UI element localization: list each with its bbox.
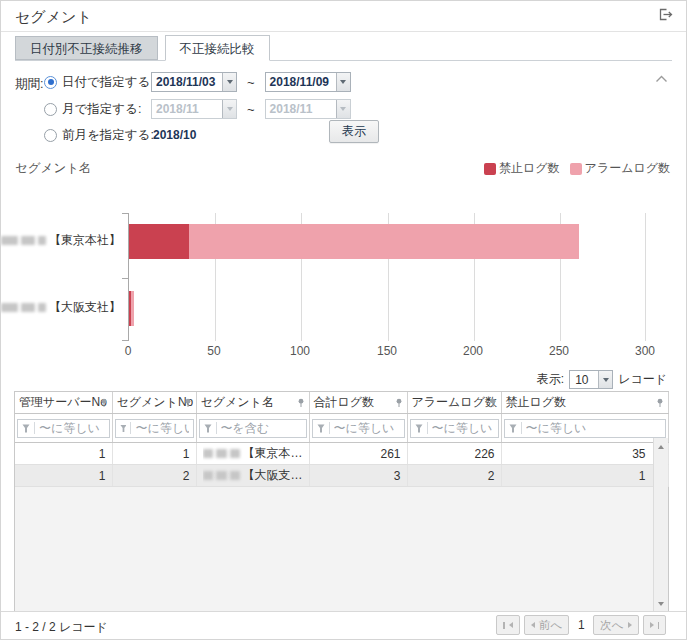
table-row: 1 1 【東京本… 261 226 35 <box>15 443 668 465</box>
filter-input-prohibited-logs[interactable]: 〜に等しい <box>504 419 666 438</box>
page-header: セグメント <box>1 1 686 32</box>
bar-osaka <box>129 291 134 326</box>
tab-unauthorized-comparison[interactable]: 不正接続比較 <box>165 35 270 61</box>
current-page-number[interactable]: 1 <box>573 618 589 632</box>
x-tick-label: 200 <box>453 344 493 358</box>
legend-item-alarm-logs[interactable]: アラームログ数 <box>570 160 670 177</box>
chevron-down-icon <box>340 80 346 84</box>
x-tick-label: 50 <box>194 344 234 358</box>
bar-segment-alarm <box>189 224 579 259</box>
month-to-value: 2018/11 <box>266 100 336 118</box>
cell-segment-no[interactable]: 1 <box>112 443 196 465</box>
x-tick-label: 0 <box>108 344 148 358</box>
tab-daily-unauthorized-trend[interactable]: 日付別不正接続推移 <box>15 36 158 60</box>
pin-icon[interactable] <box>296 397 306 411</box>
redacted-text <box>216 471 228 480</box>
filter-input-segment-no[interactable]: 〜に等しい <box>115 419 194 438</box>
collapse-panel-button[interactable] <box>655 72 668 86</box>
period-option-date: 日付で指定する: 2018/11/03 ~ 2018/11/09 <box>44 72 351 92</box>
period-panel: 期間: 日付で指定する: 2018/11/03 ~ 2018/11/09 月で指… <box>1 63 686 153</box>
pin-icon[interactable] <box>655 397 665 411</box>
record-count: 1 - 2 / 2 レコード <box>15 619 108 636</box>
chevron-down-icon <box>340 107 346 111</box>
table-footer: 1 - 2 / 2 レコード 前へ 1 次へ <box>1 611 686 639</box>
export-icon <box>658 7 674 25</box>
cell-mgmt-server-no[interactable]: 1 <box>15 443 112 465</box>
cell-total-logs[interactable]: 3 <box>309 465 407 487</box>
redacted-text <box>1 236 18 245</box>
axis-tick <box>122 278 129 279</box>
column-header-total-logs[interactable]: 合計ログ数 <box>309 392 407 414</box>
date-to-dropdown-button[interactable] <box>336 73 350 91</box>
radio-date-range-label[interactable]: 日付で指定する: <box>62 74 146 91</box>
radio-month-range[interactable] <box>44 103 57 116</box>
pin-icon[interactable] <box>99 397 109 411</box>
date-from-input[interactable]: 2018/11/03 <box>151 72 237 92</box>
column-header-mgmt-server-no[interactable]: 管理サーバーNo <box>15 392 112 414</box>
axis-tick <box>122 340 129 341</box>
prev-page-button[interactable]: 前へ <box>524 615 569 635</box>
bar-segment-prohibited <box>129 224 189 259</box>
month-from-value: 2018/11 <box>152 100 222 118</box>
table-row: 1 2 【大阪支… 3 2 1 <box>15 465 668 487</box>
month-to-dropdown-button[interactable] <box>336 100 350 118</box>
date-to-value: 2018/11/09 <box>266 73 336 91</box>
last-page-button[interactable] <box>643 615 667 635</box>
radio-date-range[interactable] <box>44 76 57 89</box>
export-button[interactable] <box>657 7 675 25</box>
radio-month-range-label[interactable]: 月で指定する: <box>62 101 146 118</box>
page-size-label: 表示: <box>537 371 564 388</box>
vertical-scrollbar[interactable] <box>653 438 668 612</box>
filter-funnel-icon <box>22 424 30 433</box>
cell-mgmt-server-no[interactable]: 1 <box>15 465 112 487</box>
cell-segment-no[interactable]: 2 <box>112 465 196 487</box>
legend-item-prohibited-logs[interactable]: 禁止ログ数 <box>484 160 560 177</box>
cell-prohibited-logs[interactable]: 1 <box>501 465 668 487</box>
x-tick-label: 150 <box>367 344 407 358</box>
x-tick-label: 100 <box>280 344 320 358</box>
legend-swatch-alarm <box>570 163 582 175</box>
range-tilde: ~ <box>247 75 255 90</box>
column-header-prohibited-logs[interactable]: 禁止ログ数 <box>501 392 668 414</box>
filter-input-mgmt-server-no[interactable]: 〜に等しい <box>17 419 110 438</box>
redacted-text <box>230 449 239 458</box>
show-button[interactable]: 表示 <box>329 120 379 143</box>
scroll-up-button[interactable] <box>654 439 668 454</box>
bar-segment-alarm <box>131 291 134 326</box>
pin-icon[interactable] <box>488 397 498 411</box>
column-header-segment-no[interactable]: セグメントNo <box>112 392 196 414</box>
gridline <box>645 213 646 341</box>
filter-input-segment-name[interactable]: 〜を含む <box>199 419 307 438</box>
redacted-text <box>1 303 18 312</box>
cell-total-logs[interactable]: 261 <box>309 443 407 465</box>
filter-input-total-logs[interactable]: 〜に等しい <box>312 419 405 438</box>
date-from-dropdown-button[interactable] <box>222 73 236 91</box>
pin-icon[interactable] <box>394 397 404 411</box>
radio-prev-month-label[interactable]: 前月を指定する: <box>62 127 146 144</box>
scroll-down-button[interactable] <box>654 596 668 611</box>
first-page-button[interactable] <box>496 615 520 635</box>
radio-prev-month[interactable] <box>44 129 57 142</box>
cell-alarm-logs[interactable]: 2 <box>407 465 501 487</box>
filter-input-alarm-logs[interactable]: 〜に等しい <box>410 419 499 438</box>
month-from-dropdown-button[interactable] <box>222 100 236 118</box>
stacked-bar-chart: 【東京本社】 【大阪支社】 0 50 100 150 200 250 300 <box>1 196 686 366</box>
pin-icon[interactable] <box>183 397 193 411</box>
cell-alarm-logs[interactable]: 226 <box>407 443 501 465</box>
month-from-input[interactable]: 2018/11 <box>151 99 237 119</box>
page-size-select[interactable]: 10 <box>569 370 613 389</box>
cell-segment-name[interactable]: 【大阪支… <box>196 465 309 487</box>
chevron-down-icon <box>227 107 233 111</box>
chevron-down-icon <box>227 80 233 84</box>
chevron-down-icon <box>603 378 609 382</box>
page-size-dropdown-button[interactable] <box>598 371 612 388</box>
filter-funnel-icon <box>204 424 212 433</box>
cell-prohibited-logs[interactable]: 35 <box>501 443 668 465</box>
column-header-segment-name[interactable]: セグメント名 <box>196 392 309 414</box>
legend-label: アラームログ数 <box>585 160 670 177</box>
next-page-button[interactable]: 次へ <box>593 615 638 635</box>
date-to-input[interactable]: 2018/11/09 <box>265 72 351 92</box>
column-header-alarm-logs[interactable]: アラームログ数 <box>407 392 501 414</box>
month-to-input[interactable]: 2018/11 <box>265 99 351 119</box>
cell-segment-name[interactable]: 【東京本… <box>196 443 309 465</box>
